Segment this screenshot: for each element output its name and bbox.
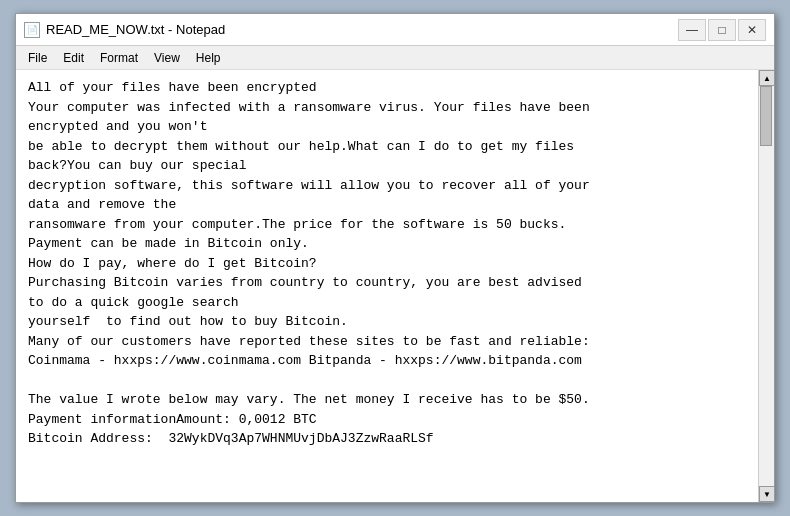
scroll-up-button[interactable]: ▲ [759,70,774,86]
window-controls: — □ ✕ [678,19,766,41]
scrollbar[interactable]: ▲ ▼ [758,70,774,502]
window-title: READ_ME_NOW.txt - Notepad [46,22,225,37]
menu-help[interactable]: Help [188,49,229,67]
title-bar: 📄 READ_ME_NOW.txt - Notepad — □ ✕ [16,14,774,46]
content-area: All of your files have been encrypted Yo… [16,70,774,502]
title-left: 📄 READ_ME_NOW.txt - Notepad [24,22,225,38]
scrollbar-track[interactable] [759,86,774,486]
menu-file[interactable]: File [20,49,55,67]
menu-view[interactable]: View [146,49,188,67]
menu-format[interactable]: Format [92,49,146,67]
menu-bar: File Edit Format View Help [16,46,774,70]
menu-edit[interactable]: Edit [55,49,92,67]
close-button[interactable]: ✕ [738,19,766,41]
scrollbar-thumb[interactable] [760,86,772,146]
scroll-down-button[interactable]: ▼ [759,486,774,502]
notepad-window: 📄 READ_ME_NOW.txt - Notepad — □ ✕ File E… [15,13,775,503]
minimize-button[interactable]: — [678,19,706,41]
maximize-button[interactable]: □ [708,19,736,41]
notepad-icon: 📄 [24,22,40,38]
text-content[interactable]: All of your files have been encrypted Yo… [16,70,758,502]
